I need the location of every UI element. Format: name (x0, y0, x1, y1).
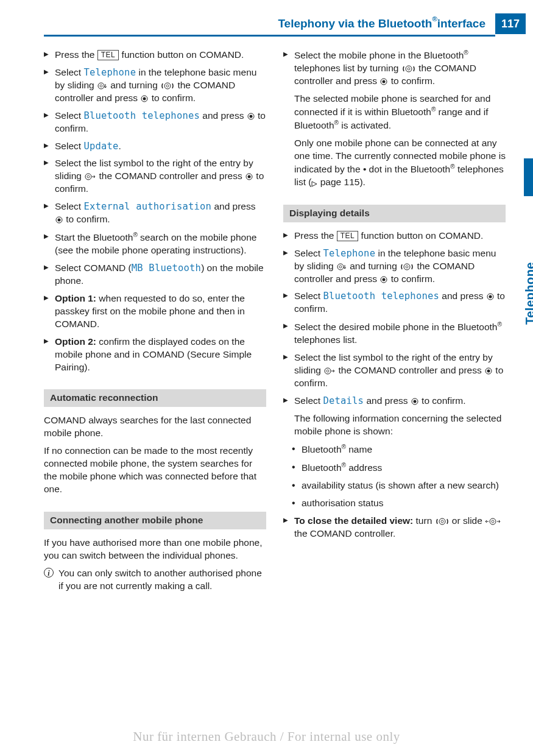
press-icon (140, 94, 149, 103)
header-title-pre: Telephony via the Bluetooth (278, 16, 432, 32)
page: Telephony via the Bluetooth® interface 1… (0, 0, 533, 756)
header-title: Telephony via the Bluetooth® interface (278, 13, 495, 34)
side-label: Telephone (522, 262, 533, 325)
svg-point-17 (383, 80, 386, 83)
svg-point-21 (406, 266, 408, 268)
bullet-bt-address: Bluetooth® address (283, 461, 506, 475)
svg-point-18 (337, 264, 344, 270)
side-tab (524, 158, 533, 196)
step-select-details: Select Details and press to confirm. (283, 395, 506, 408)
slide-left-right-icon (485, 517, 501, 526)
svg-point-5 (143, 97, 146, 100)
step-select-bt-phones: Select Bluetooth telephones and press to… (44, 110, 266, 135)
menu-bluetooth-telephones: Bluetooth telephones (83, 110, 200, 121)
menu-external-authorisation: External authorisation (83, 201, 211, 212)
svg-point-31 (413, 400, 416, 403)
step-select-list-symbol: Select the list symbol to the right of t… (44, 157, 266, 196)
tel-key-icon: TEL (97, 50, 119, 60)
menu-bluetooth-telephones: Bluetooth telephones (323, 291, 439, 302)
svg-point-14 (406, 66, 412, 72)
svg-point-11 (248, 175, 251, 178)
menu-update: Update (83, 141, 118, 152)
registered-mark: ® (497, 321, 501, 328)
step-press-tel: Press the TEL function button on COMAND. (44, 49, 266, 62)
registered-mark: ® (450, 163, 454, 170)
press-icon (486, 292, 495, 301)
registered-mark: ® (334, 119, 339, 126)
right-column: Select the mobile phone in the Bluetooth… (283, 49, 506, 598)
heading-auto-reconnection: Automatic reconnection (44, 389, 266, 407)
press-icon (379, 77, 388, 86)
press-icon (55, 216, 63, 224)
step-select-comand: Select COMAND (MB Bluetooth) on the mobi… (44, 262, 266, 288)
step-select-list-symbol-2: Select the list symbol to the right of t… (283, 352, 506, 390)
svg-point-32 (439, 518, 445, 525)
registered-mark: ® (432, 15, 437, 24)
info-icon: i (44, 568, 54, 578)
tel-key-icon: TEL (337, 231, 359, 241)
slide-down-icon (336, 263, 347, 271)
step-option-2: Option 2: confirm the displayed codes on… (44, 336, 266, 374)
press-icon (247, 112, 255, 121)
registered-mark: ® (342, 443, 346, 450)
step-select-external-auth: Select External authorisation and press … (44, 200, 266, 226)
slide-down-icon (97, 82, 108, 90)
heading-displaying-details: Displaying details (283, 205, 506, 222)
left-column: Press the TEL function button on COMAND.… (44, 49, 266, 598)
svg-point-25 (489, 295, 492, 299)
turn-icon (435, 517, 450, 526)
press-icon (411, 397, 419, 406)
step-option-1: Option 1: when requested to do so, enter… (44, 292, 266, 331)
menu-details: Details (323, 395, 364, 406)
svg-point-23 (383, 278, 386, 281)
step-select-telephone: Select Telephone in the telephone basic … (44, 66, 266, 105)
slide-right-icon (84, 172, 96, 181)
svg-point-27 (327, 370, 329, 372)
bullet-availability: availability status (is shown after a ne… (283, 479, 506, 492)
turn-icon (400, 263, 414, 271)
registered-mark: ® (133, 231, 137, 238)
para-conn-1: If you have authorised more than one mob… (44, 537, 266, 562)
header-underline (44, 35, 495, 37)
header: Telephony via the Bluetooth® interface 1… (0, 13, 533, 34)
turn-icon (401, 65, 416, 73)
para-searched-connected: The selected mobile phone is searched fo… (283, 93, 506, 132)
registered-mark: ® (464, 49, 468, 56)
info-note: i You can only switch to another authori… (44, 567, 266, 593)
step-close-detailed-view: To close the detailed view: turn or slid… (283, 515, 506, 540)
svg-point-34 (490, 518, 496, 525)
header-title-post: interface (437, 16, 485, 32)
svg-point-1 (100, 85, 102, 87)
svg-point-26 (325, 368, 331, 374)
svg-point-7 (249, 115, 252, 118)
svg-point-2 (164, 83, 171, 89)
menu-telephone: Telephone (323, 248, 375, 259)
slide-right-icon (323, 367, 336, 375)
para-only-one-phone: Only one mobile phone can be connected a… (283, 137, 506, 189)
svg-point-15 (408, 68, 410, 70)
step-select-phone-in-list: Select the mobile phone in the Bluetooth… (283, 49, 506, 88)
bullet-bt-name: Bluetooth® name (283, 443, 506, 456)
menu-telephone: Telephone (83, 67, 136, 78)
page-number: 117 (495, 13, 526, 34)
svg-point-0 (98, 83, 104, 89)
step-start-bt-search: Start the Bluetooth® search on the mobil… (44, 231, 266, 257)
svg-point-8 (85, 174, 91, 180)
content-columns: Press the TEL function button on COMAND.… (44, 49, 506, 598)
registered-mark: ® (342, 462, 346, 468)
turn-icon (160, 82, 175, 90)
press-icon (245, 172, 253, 181)
svg-point-35 (492, 520, 494, 523)
svg-point-20 (404, 264, 410, 270)
bullet-auth-status: authorisation status (283, 497, 506, 510)
step-select-telephone-2: Select Telephone in the telephone basic … (283, 247, 506, 286)
svg-point-3 (166, 85, 169, 87)
heading-connecting-another: Connecting another mobile phone (44, 512, 266, 529)
press-icon (379, 275, 388, 284)
watermark: Nur für internen Gebrauch / For internal… (0, 728, 533, 745)
svg-point-33 (441, 520, 443, 523)
step-select-desired-phone: Select the desired mobile phone in the B… (283, 320, 506, 347)
menu-mb-bluetooth: MB Bluetooth (132, 263, 201, 274)
para-following-info: The following information concerning the… (283, 412, 506, 438)
svg-point-19 (339, 266, 342, 268)
